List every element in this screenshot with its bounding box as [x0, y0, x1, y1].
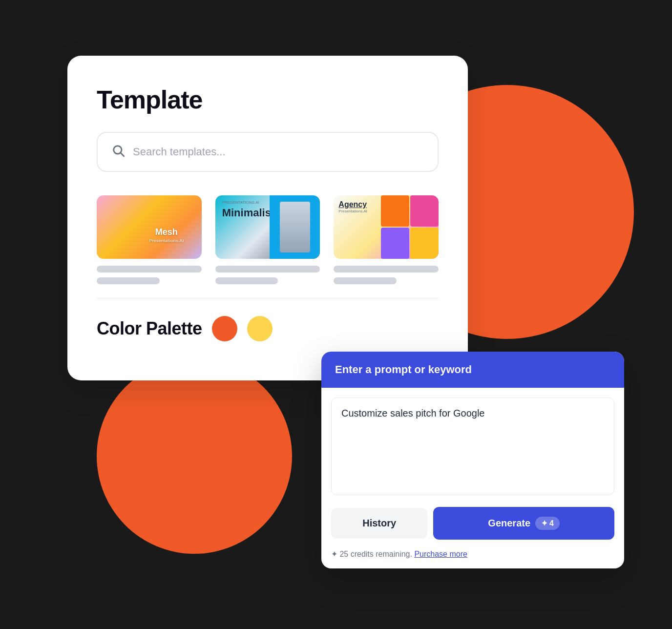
- prompt-header-title: Enter a prompt or keyword: [335, 363, 610, 376]
- color-dot-orange[interactable]: [212, 316, 237, 341]
- agency-photo-3: [381, 228, 409, 259]
- color-palette-title: Color Palette: [97, 318, 202, 339]
- template-card: Template Search templates... MeshPresent…: [67, 56, 468, 380]
- skeleton-line-5: [334, 266, 439, 273]
- template-item-minimalist[interactable]: PRESENTATIONS.AI Minimalist: [215, 195, 320, 284]
- orange-arc-bg: [97, 358, 292, 554]
- search-icon: [111, 144, 125, 160]
- template-item-agency[interactable]: Agency Presentations.AI: [334, 195, 439, 284]
- generate-button[interactable]: Generate ✦ 4: [433, 507, 614, 540]
- agency-title: Agency: [338, 200, 367, 209]
- generate-count: 4: [549, 519, 554, 528]
- template-thumb-minimalist: PRESENTATIONS.AI Minimalist: [215, 195, 320, 259]
- agency-photo-collage: [381, 195, 439, 259]
- section-divider: [97, 298, 439, 298]
- history-button[interactable]: History: [331, 508, 427, 539]
- minimalist-right: [270, 195, 320, 259]
- minimalist-left: PRESENTATIONS.AI Minimalist: [222, 200, 274, 219]
- template-thumb-mesh: MeshPresentations.AI: [97, 195, 202, 259]
- search-bar[interactable]: Search templates...: [97, 132, 439, 172]
- prompt-footer: History Generate ✦ 4: [321, 507, 624, 549]
- prompt-header: Enter a prompt or keyword: [321, 352, 624, 388]
- prompt-textarea[interactable]: Customize sales pitch for Google: [331, 398, 614, 495]
- skeleton-line-1: [97, 266, 202, 273]
- minimalist-building-graphic: [280, 202, 310, 252]
- generate-label: Generate: [488, 518, 530, 529]
- minimalist-meta: [215, 266, 320, 284]
- agency-meta: [334, 266, 439, 284]
- mesh-sublabel: Presentations.AI: [149, 238, 184, 243]
- prompt-body: Customize sales pitch for Google: [321, 388, 624, 507]
- skeleton-line-6: [334, 277, 397, 284]
- agency-photo-2: [410, 195, 439, 227]
- search-placeholder: Search templates...: [133, 146, 226, 158]
- template-item-mesh[interactable]: MeshPresentations.AI: [97, 195, 202, 284]
- template-title: Template: [97, 85, 439, 114]
- mesh-meta: [97, 266, 202, 284]
- prompt-modal: Enter a prompt or keyword Customize sale…: [321, 352, 624, 568]
- agency-sublabel: Presentations.AI: [338, 209, 367, 213]
- agency-photo-1: [381, 195, 409, 227]
- skeleton-line-3: [215, 266, 320, 273]
- generate-sparkle-icon: ✦: [541, 519, 547, 528]
- credits-line: ✦ 25 credits remaining. Purchase more: [321, 549, 624, 568]
- credits-text: ✦ 25 credits remaining.: [331, 550, 412, 558]
- template-grid: MeshPresentations.AI PRESENTATIONS.AI Mi…: [97, 195, 439, 284]
- svg-line-1: [121, 153, 124, 156]
- template-thumb-agency: Agency Presentations.AI: [334, 195, 439, 259]
- minimalist-brand: PRESENTATIONS.AI: [222, 200, 274, 205]
- skeleton-line-4: [215, 277, 278, 284]
- agency-content: Agency Presentations.AI: [338, 200, 367, 213]
- generate-badge: ✦ 4: [535, 517, 560, 530]
- agency-photo-4: [410, 228, 439, 259]
- minimalist-title: Minimalist: [222, 207, 274, 219]
- mesh-label: MeshPresentations.AI: [149, 227, 184, 243]
- purchase-more-link[interactable]: Purchase more: [414, 550, 467, 558]
- skeleton-line-2: [97, 277, 160, 284]
- color-dot-yellow[interactable]: [247, 316, 273, 341]
- color-palette-section: Color Palette: [97, 316, 439, 341]
